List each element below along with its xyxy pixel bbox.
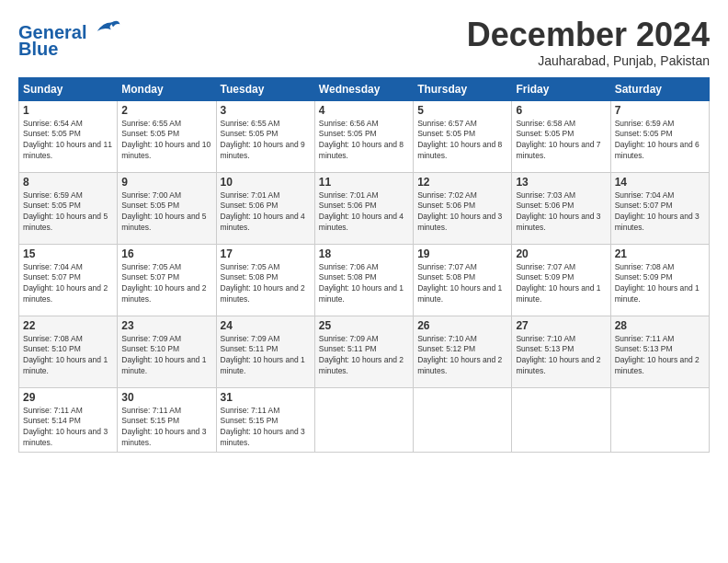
calendar-cell: 23Sunrise: 7:09 AMSunset: 5:10 PMDayligh… — [118, 316, 216, 387]
calendar-table: SundayMondayTuesdayWednesdayThursdayFrid… — [18, 77, 710, 454]
day-number: 26 — [417, 319, 507, 332]
calendar-cell: 28Sunrise: 7:11 AMSunset: 5:13 PMDayligh… — [610, 316, 709, 387]
day-info: Sunrise: 6:57 AMSunset: 5:05 PMDaylight:… — [417, 119, 507, 163]
calendar-cell — [610, 387, 709, 453]
calendar-cell: 16Sunrise: 7:05 AMSunset: 5:07 PMDayligh… — [118, 244, 216, 316]
calendar-cell — [314, 387, 413, 453]
title-block: December 2024 Jauharabad, Punjab, Pakist… — [467, 17, 710, 68]
calendar-cell: 5Sunrise: 6:57 AMSunset: 5:05 PMDaylight… — [414, 100, 512, 172]
logo-bird-icon — [94, 17, 121, 39]
day-info: Sunrise: 7:07 AMSunset: 5:09 PMDaylight:… — [516, 262, 606, 306]
day-number: 18 — [319, 247, 409, 260]
day-number: 12 — [417, 176, 507, 189]
day-info: Sunrise: 6:59 AMSunset: 5:05 PMDaylight:… — [23, 190, 113, 235]
calendar-header-wednesday: Wednesday — [314, 77, 413, 100]
day-number: 9 — [121, 176, 211, 189]
calendar-cell: 3Sunrise: 6:55 AMSunset: 5:05 PMDaylight… — [216, 100, 314, 172]
calendar-cell: 20Sunrise: 7:07 AMSunset: 5:09 PMDayligh… — [512, 244, 610, 316]
calendar-cell — [414, 387, 512, 453]
day-number: 5 — [417, 104, 507, 117]
day-info: Sunrise: 7:03 AMSunset: 5:06 PMDaylight:… — [516, 190, 606, 235]
calendar-header-monday: Monday — [118, 77, 216, 100]
calendar-cell: 7Sunrise: 6:59 AMSunset: 5:05 PMDaylight… — [610, 100, 709, 172]
calendar-header-friday: Friday — [512, 77, 610, 100]
day-info: Sunrise: 7:11 AMSunset: 5:14 PMDaylight:… — [23, 406, 113, 450]
day-number: 13 — [516, 176, 606, 189]
day-number: 25 — [319, 319, 409, 332]
calendar-cell: 13Sunrise: 7:03 AMSunset: 5:06 PMDayligh… — [512, 172, 610, 244]
calendar-cell: 10Sunrise: 7:01 AMSunset: 5:06 PMDayligh… — [216, 172, 314, 244]
calendar-cell: 22Sunrise: 7:08 AMSunset: 5:10 PMDayligh… — [19, 316, 118, 387]
page: General Blue December 2024 Jauharabad, P… — [0, 0, 728, 462]
day-info: Sunrise: 7:05 AMSunset: 5:07 PMDaylight:… — [121, 262, 211, 306]
calendar-cell: 27Sunrise: 7:10 AMSunset: 5:13 PMDayligh… — [512, 316, 610, 387]
day-info: Sunrise: 7:09 AMSunset: 5:11 PMDaylight:… — [319, 334, 409, 378]
day-info: Sunrise: 7:00 AMSunset: 5:05 PMDaylight:… — [121, 190, 211, 235]
calendar-cell: 25Sunrise: 7:09 AMSunset: 5:11 PMDayligh… — [314, 316, 413, 387]
calendar-cell: 11Sunrise: 7:01 AMSunset: 5:06 PMDayligh… — [314, 172, 413, 244]
day-info: Sunrise: 7:04 AMSunset: 5:07 PMDaylight:… — [23, 262, 113, 306]
day-info: Sunrise: 7:10 AMSunset: 5:12 PMDaylight:… — [417, 334, 507, 378]
day-number: 7 — [615, 104, 705, 117]
day-info: Sunrise: 6:55 AMSunset: 5:05 PMDaylight:… — [121, 119, 211, 163]
day-info: Sunrise: 7:04 AMSunset: 5:07 PMDaylight:… — [615, 190, 705, 235]
calendar-cell: 4Sunrise: 6:56 AMSunset: 5:05 PMDaylight… — [314, 100, 413, 172]
day-number: 29 — [23, 391, 113, 404]
day-info: Sunrise: 7:11 AMSunset: 5:15 PMDaylight:… — [121, 406, 211, 450]
calendar-cell: 18Sunrise: 7:06 AMSunset: 5:08 PMDayligh… — [314, 244, 413, 316]
calendar-header-thursday: Thursday — [414, 77, 512, 100]
day-number: 4 — [319, 104, 409, 117]
calendar-cell: 6Sunrise: 6:58 AMSunset: 5:05 PMDaylight… — [512, 100, 610, 172]
calendar-body: 1Sunrise: 6:54 AMSunset: 5:05 PMDaylight… — [19, 100, 710, 453]
day-number: 24 — [221, 319, 311, 332]
calendar-header-row: SundayMondayTuesdayWednesdayThursdayFrid… — [19, 77, 710, 100]
day-number: 20 — [516, 247, 606, 260]
calendar-cell: 9Sunrise: 7:00 AMSunset: 5:05 PMDaylight… — [118, 172, 216, 244]
logo: General Blue — [18, 17, 121, 60]
day-info: Sunrise: 7:06 AMSunset: 5:08 PMDaylight:… — [319, 262, 409, 306]
day-info: Sunrise: 6:56 AMSunset: 5:05 PMDaylight:… — [319, 119, 409, 163]
location: Jauharabad, Punjab, Pakistan — [467, 53, 710, 68]
day-info: Sunrise: 7:08 AMSunset: 5:09 PMDaylight:… — [615, 262, 705, 306]
day-info: Sunrise: 6:59 AMSunset: 5:05 PMDaylight:… — [615, 119, 705, 163]
calendar-cell: 14Sunrise: 7:04 AMSunset: 5:07 PMDayligh… — [610, 172, 709, 244]
calendar-cell — [512, 387, 610, 453]
day-info: Sunrise: 7:11 AMSunset: 5:15 PMDaylight:… — [221, 406, 311, 450]
day-number: 15 — [23, 247, 113, 260]
day-info: Sunrise: 7:11 AMSunset: 5:13 PMDaylight:… — [615, 334, 705, 378]
calendar-cell: 29Sunrise: 7:11 AMSunset: 5:14 PMDayligh… — [19, 387, 118, 453]
day-number: 31 — [221, 391, 311, 404]
calendar-header-tuesday: Tuesday — [216, 77, 314, 100]
day-number: 8 — [23, 176, 113, 189]
month-title: December 2024 — [467, 17, 710, 53]
day-number: 3 — [221, 104, 311, 117]
calendar-cell: 21Sunrise: 7:08 AMSunset: 5:09 PMDayligh… — [610, 244, 709, 316]
day-number: 19 — [417, 247, 507, 260]
day-number: 10 — [221, 176, 311, 189]
calendar-cell: 15Sunrise: 7:04 AMSunset: 5:07 PMDayligh… — [19, 244, 118, 316]
calendar-cell: 2Sunrise: 6:55 AMSunset: 5:05 PMDaylight… — [118, 100, 216, 172]
day-info: Sunrise: 7:09 AMSunset: 5:10 PMDaylight:… — [121, 334, 211, 378]
day-number: 11 — [319, 176, 409, 189]
day-number: 27 — [516, 319, 606, 332]
day-number: 21 — [615, 247, 705, 260]
day-number: 2 — [121, 104, 211, 117]
day-info: Sunrise: 7:01 AMSunset: 5:06 PMDaylight:… — [221, 190, 311, 235]
day-info: Sunrise: 7:07 AMSunset: 5:08 PMDaylight:… — [417, 262, 507, 306]
calendar-cell: 24Sunrise: 7:09 AMSunset: 5:11 PMDayligh… — [216, 316, 314, 387]
calendar-cell: 31Sunrise: 7:11 AMSunset: 5:15 PMDayligh… — [216, 387, 314, 453]
calendar-cell: 26Sunrise: 7:10 AMSunset: 5:12 PMDayligh… — [414, 316, 512, 387]
day-info: Sunrise: 7:09 AMSunset: 5:11 PMDaylight:… — [221, 334, 311, 378]
day-number: 28 — [615, 319, 705, 332]
day-info: Sunrise: 7:01 AMSunset: 5:06 PMDaylight:… — [319, 190, 409, 235]
day-number: 6 — [516, 104, 606, 117]
day-number: 22 — [23, 319, 113, 332]
day-info: Sunrise: 7:05 AMSunset: 5:08 PMDaylight:… — [221, 262, 311, 306]
day-info: Sunrise: 7:10 AMSunset: 5:13 PMDaylight:… — [516, 334, 606, 378]
day-number: 1 — [23, 104, 113, 117]
calendar-cell: 30Sunrise: 7:11 AMSunset: 5:15 PMDayligh… — [118, 387, 216, 453]
calendar-cell: 8Sunrise: 6:59 AMSunset: 5:05 PMDaylight… — [19, 172, 118, 244]
header: General Blue December 2024 Jauharabad, P… — [18, 17, 710, 68]
calendar-header-saturday: Saturday — [610, 77, 709, 100]
day-number: 16 — [121, 247, 211, 260]
